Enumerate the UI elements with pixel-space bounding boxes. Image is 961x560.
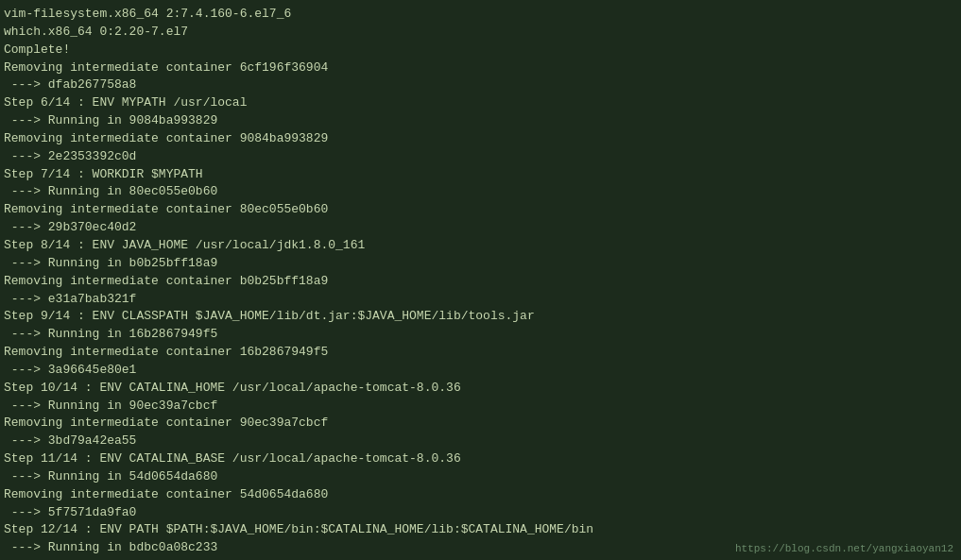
terminal-line: ---> 3a96645e80e1: [4, 362, 957, 380]
terminal-line: Step 9/14 : ENV CLASSPATH $JAVA_HOME/lib…: [4, 308, 957, 326]
terminal-line: Removing intermediate container 90ec39a7…: [4, 415, 957, 433]
terminal-line: ---> Running in b0b25bff18a9: [4, 255, 957, 273]
terminal-line: ---> 3bd79a42ea55: [4, 433, 957, 450]
terminal-line: Step 7/14 : WORKDIR $MYPATH: [4, 166, 957, 184]
terminal-line: vim-filesystem.x86_64 2:7.4.160-6.el7_6: [4, 6, 957, 24]
terminal-line: Removing intermediate container 9084ba99…: [4, 130, 957, 148]
terminal-line: Complete!: [4, 42, 957, 59]
terminal-line: ---> e31a7bab321f: [4, 291, 957, 309]
terminal: vim-filesystem.x86_64 2:7.4.160-6.el7_6w…: [0, 0, 961, 560]
terminal-line: Step 10/14 : ENV CATALINA_HOME /usr/loca…: [4, 380, 957, 398]
terminal-line: Removing intermediate container 16b28679…: [4, 344, 957, 362]
terminal-line: ---> 2e2353392c0d: [4, 148, 957, 166]
terminal-output: vim-filesystem.x86_64 2:7.4.160-6.el7_6w…: [4, 6, 957, 560]
terminal-line: Removing intermediate container 80ec055e…: [4, 201, 957, 219]
terminal-line: ---> Running in 90ec39a7cbcf: [4, 398, 957, 416]
terminal-line: Removing intermediate container 6cf196f3…: [4, 59, 957, 77]
watermark: https://blog.csdn.net/yangxiaoyan12: [735, 543, 953, 554]
terminal-line: which.x86_64 0:2.20-7.el7: [4, 24, 957, 42]
terminal-line: Step 6/14 : ENV MYPATH /usr/local: [4, 94, 957, 112]
terminal-line: ---> Running in 9084ba993829: [4, 112, 957, 130]
terminal-line: ---> dfab267758a8: [4, 76, 957, 94]
terminal-line: ---> Running in 80ec055e0b60: [4, 183, 957, 201]
terminal-line: ---> Running in 16b2867949f5: [4, 326, 957, 344]
terminal-line: ---> 29b370ec40d2: [4, 219, 957, 237]
terminal-line: Removing intermediate container 54d0654d…: [4, 486, 957, 504]
terminal-line: Step 11/14 : ENV CATALINA_BASE /usr/loca…: [4, 450, 957, 468]
terminal-line: Step 12/14 : ENV PATH $PATH:$JAVA_HOME/b…: [4, 521, 957, 539]
terminal-line: Step 8/14 : ENV JAVA_HOME /usr/local/jdk…: [4, 237, 957, 255]
terminal-line: ---> Running in 54d0654da680: [4, 468, 957, 486]
terminal-line: ---> 5f7571da9fa0: [4, 504, 957, 522]
terminal-line: Removing intermediate container b0b25bff…: [4, 273, 957, 291]
